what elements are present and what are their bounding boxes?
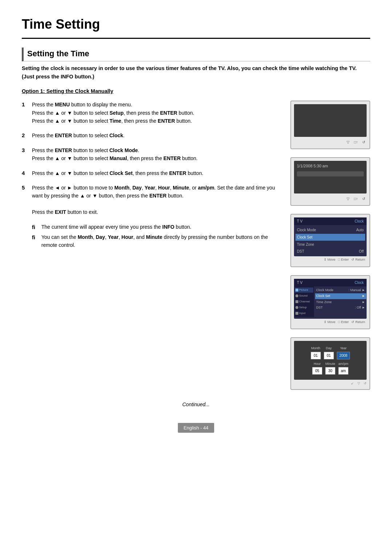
screen-4-clock-label: Clock	[355, 280, 364, 285]
screen-5-footer: ↙ ▽ ↺	[294, 381, 367, 386]
option-heading: Option 1: Setting the Clock Manually	[22, 87, 370, 95]
screen-4-clockset-label: Clock Set	[316, 294, 330, 299]
screen-4-footer: ⇕ Move □ Enter ↺ Return	[294, 319, 367, 326]
step-1-text: Press the MENU button to display the men…	[32, 101, 194, 125]
screen-1-icon-1: ▽	[347, 139, 350, 145]
page-footer: English - 44	[22, 423, 370, 433]
sidebar-picture: Picture	[295, 288, 313, 293]
screen-1-icon-3: ↺	[362, 139, 365, 145]
screen-4-sidebar: Picture Sound Channel Setup	[294, 286, 314, 317]
screen-5-icon-3: ↺	[364, 381, 367, 386]
clock-cell-day: Day 01	[324, 346, 334, 359]
fi-note-2-text: You can set the Month, Day, Year, Hour, …	[41, 233, 279, 249]
screen-4-clockmode-label: Clock Mode	[316, 288, 334, 293]
screen-4-dst-value: : Off ►	[355, 305, 365, 310]
screen-4-footer-text: ⇕ Move □ Enter ↺ Return	[324, 320, 365, 325]
section-title: Setting the Time	[22, 48, 370, 61]
sidebar-channel: Channel	[295, 299, 313, 304]
screen-4-clockset-arrow: ►	[362, 294, 365, 299]
clock-cell-year: Year 2008	[337, 346, 350, 359]
sidebar-input-label: Input	[299, 311, 306, 315]
step-num-2: 2	[22, 131, 28, 140]
screen-3-clockmode-label: Clock Mode	[297, 227, 316, 233]
year-value: 2008	[337, 352, 350, 359]
fi-icon-1: fi	[32, 223, 38, 232]
screen-2-icon-1: ▽	[347, 196, 350, 201]
screen-4-clockmode-value: : Manual ►	[348, 288, 365, 293]
screen-4-timezone-arrow: ►	[362, 300, 365, 305]
ampm-value: am	[338, 367, 348, 375]
clock-set-table: Month 01 Day 01 Year 2008	[297, 343, 364, 378]
screen-3-clockset-label: Clock Set	[297, 235, 313, 240]
hour-value: 05	[312, 367, 322, 375]
clock-cell-ampm: am/pm am	[338, 362, 348, 375]
fi-note-1-text: The current time will appear every time …	[41, 223, 191, 232]
fi-note-2: fi You can set the Month, Day, Year, Hou…	[32, 233, 279, 249]
day-value: 01	[324, 352, 334, 359]
sidebar-picture-label: Picture	[299, 288, 308, 292]
screen-3-timezone-label: Time Zone	[297, 242, 314, 247]
screen-1: ▽ □↑ ↺	[290, 101, 370, 149]
step-4-text: Press the ▲ or ▼ button to select Clock …	[32, 169, 203, 178]
step-num-1: 1	[22, 101, 28, 125]
minute-label: Minute	[325, 362, 335, 367]
sidebar-input: Input	[295, 311, 313, 316]
sidebar-sound: Sound	[295, 293, 313, 298]
screen-4-dst-label: DST	[316, 305, 323, 310]
clock-cell-hour: Hour 05	[312, 362, 322, 375]
screen-2-icon-3: ↺	[362, 196, 365, 201]
screen-3-dst-value: Off	[359, 249, 364, 254]
clock-set-row-2: Hour 05 Minute 30 am/pm am	[312, 362, 348, 375]
screen-3-dst-label: DST	[297, 249, 304, 254]
screen-5-icon-1: ↙	[351, 381, 354, 386]
screen-3: T V Clock Clock Mode Auto Clock Set Time…	[290, 214, 370, 267]
step-1: 1 Press the MENU button to display the m…	[22, 101, 279, 125]
clock-cell-minute: Minute 30	[325, 362, 335, 375]
step-num-4: 4	[22, 169, 28, 178]
hour-label: Hour	[314, 362, 321, 367]
step-2-text: Press the ENTER button to select Clock.	[32, 131, 124, 140]
step-3: 3 Press the ENTER button to select Clock…	[22, 146, 279, 163]
step-num-3: 3	[22, 146, 28, 163]
step-3-text: Press the ENTER button to select Clock M…	[32, 146, 198, 163]
screen-1-footer: ▽ □↑ ↺	[294, 139, 367, 146]
screen-4-content: Clock Mode : Manual ► Clock Set ► Time Z…	[315, 286, 367, 317]
minute-value: 30	[325, 367, 335, 375]
month-label: Month	[311, 346, 320, 351]
screen-2-date: 1/1/2008 5:30 am	[297, 163, 364, 169]
screen-4: T V Clock Picture Sound	[290, 275, 370, 330]
clock-cell-month: Month 01	[311, 346, 321, 359]
continued-text: Continued...	[22, 401, 370, 408]
year-label: Year	[340, 346, 347, 351]
step-5: 5 Press the ◄ or ► button to move to Mon…	[22, 184, 279, 216]
sidebar-setup-label: Setup	[299, 305, 307, 310]
screen-3-clockmode-value: Auto	[356, 227, 364, 233]
ampm-label: am/pm	[338, 362, 348, 367]
screen-2-icon-2: □↑	[354, 196, 358, 201]
screen-5-icon-2: ▽	[358, 381, 360, 386]
instructions-panel: 1 Press the MENU button to display the m…	[22, 101, 279, 390]
screen-5: Month 01 Day 01 Year 2008	[290, 337, 370, 390]
screen-2-footer: ▽ □↑ ↺	[294, 195, 367, 202]
screen-3-footer: ⇕ Move □ Enter ↺ Return	[294, 256, 367, 264]
screen-2: 1/1/2008 5:30 am ▽ □↑ ↺	[290, 157, 370, 206]
screen-4-tv-label: T V	[297, 280, 302, 285]
fi-note-1: fi The current time will appear every ti…	[32, 223, 279, 232]
sidebar-sound-label: Sound	[299, 294, 307, 298]
intro-text: Setting the clock is necessary in order …	[22, 64, 370, 81]
main-content: 1 Press the MENU button to display the m…	[22, 101, 370, 390]
fi-notes: fi The current time will appear every ti…	[32, 223, 279, 249]
screen-4-timezone-label: Time Zone	[316, 300, 332, 305]
screenshots-panel: ▽ □↑ ↺ 1/1/2008 5:30 am ▽ □↑ ↺ T V Clo	[290, 101, 370, 390]
step-num-5: 5	[22, 184, 28, 216]
clock-set-row-1: Month 01 Day 01 Year 2008	[311, 346, 350, 359]
page-title: Time Setting	[22, 15, 370, 39]
screen-1-icon-2: □↑	[354, 139, 358, 145]
footer-badge: English - 44	[178, 423, 215, 433]
step-4: 4 Press the ▲ or ▼ button to select Cloc…	[22, 169, 279, 178]
screen-3-tv-label: T V	[297, 219, 302, 224]
screen-3-footer-text: ⇕ Move □ Enter ↺ Return	[324, 257, 365, 262]
sidebar-channel-label: Channel	[299, 299, 310, 304]
month-value: 01	[311, 352, 321, 359]
screen-3-clock-label: Clock	[355, 219, 364, 224]
